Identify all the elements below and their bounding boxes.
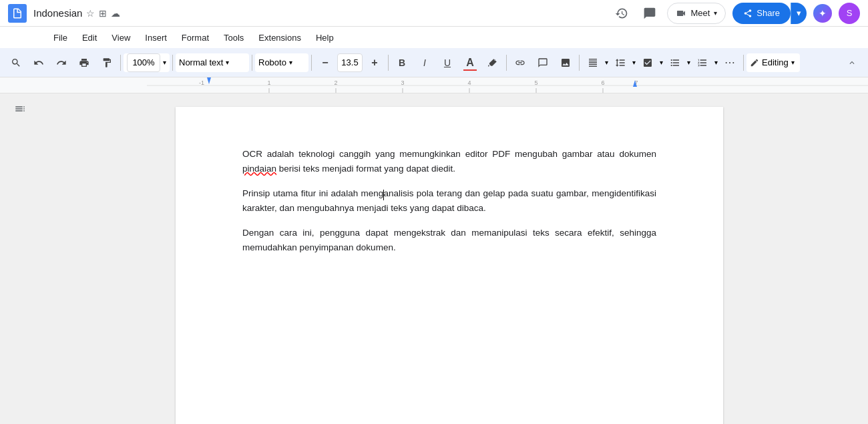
menu-format[interactable]: Format bbox=[175, 30, 216, 45]
image-button[interactable] bbox=[555, 52, 576, 73]
zoom-chevron: ▾ bbox=[163, 59, 166, 66]
divider-6 bbox=[506, 55, 507, 71]
bold-button[interactable]: B bbox=[391, 52, 413, 73]
svg-text:7: 7 bbox=[634, 79, 638, 86]
toolbar-format: B I U A bbox=[391, 52, 508, 73]
collapse-toolbar-button[interactable] bbox=[841, 52, 863, 73]
underline-word-pindaian: pindaian bbox=[242, 164, 276, 174]
style-label: Normal text bbox=[179, 57, 223, 67]
svg-text:5: 5 bbox=[534, 79, 537, 86]
title-section: Indonesian ☆ ⊞ ☁ bbox=[33, 7, 611, 19]
doc-title[interactable]: Indonesian bbox=[33, 7, 82, 19]
toolbar-zoom: 100% ▾ bbox=[124, 53, 174, 72]
italic-button[interactable]: I bbox=[414, 52, 435, 73]
svg-text:3: 3 bbox=[401, 79, 404, 86]
font-chevron: ▾ bbox=[289, 59, 292, 66]
share-container: Share ▾ bbox=[732, 3, 807, 24]
paragraph-2[interactable]: Prinsip utama fitur ini adalah menganali… bbox=[242, 186, 656, 215]
cloud-icon[interactable]: ☁ bbox=[111, 8, 120, 19]
gemini-icon: ✦ bbox=[819, 8, 827, 19]
style-chevron: ▾ bbox=[226, 59, 229, 66]
font-size-input[interactable]: 13.5 bbox=[337, 53, 363, 72]
numbering-button[interactable] bbox=[692, 52, 713, 73]
print-button[interactable] bbox=[73, 52, 95, 73]
highlight-button[interactable] bbox=[482, 52, 503, 73]
main-area: OCR adalah teknologi canggih yang memung… bbox=[0, 93, 868, 424]
title-right: Meet ▾ Share ▾ ✦ S bbox=[611, 3, 860, 24]
zoom-select[interactable]: 100% ▾ bbox=[124, 53, 170, 72]
bullet-chevron: ▾ bbox=[687, 59, 690, 66]
svg-text:6: 6 bbox=[601, 79, 604, 86]
more-button[interactable]: ⋯ bbox=[719, 52, 740, 73]
editing-select[interactable]: Editing ▾ bbox=[746, 53, 800, 72]
outline-button[interactable] bbox=[10, 99, 30, 122]
editing-chevron: ▾ bbox=[791, 59, 795, 66]
style-select[interactable]: Normal text ▾ bbox=[176, 53, 249, 72]
paragraph-3[interactable]: Dengan cara ini, pengguna dapat mengekst… bbox=[242, 226, 656, 254]
toolbar-editing: Editing ▾ bbox=[746, 53, 800, 72]
undo-button[interactable] bbox=[28, 52, 49, 73]
history-button[interactable] bbox=[611, 3, 632, 24]
paintformat-button[interactable] bbox=[96, 52, 118, 73]
bullet-button[interactable] bbox=[664, 52, 686, 73]
menu-tools[interactable]: Tools bbox=[217, 30, 250, 45]
search-button[interactable] bbox=[5, 52, 27, 73]
zoom-input[interactable]: 100% bbox=[127, 53, 160, 72]
menu-file[interactable]: File bbox=[47, 30, 74, 45]
menu-view[interactable]: View bbox=[105, 30, 137, 45]
divider-8 bbox=[743, 55, 744, 71]
ruler-content: -1 1 2 3 4 5 6 7 bbox=[147, 77, 868, 93]
svg-text:1: 1 bbox=[267, 79, 270, 86]
font-label: Roboto bbox=[258, 57, 286, 67]
checklist-chevron: ▾ bbox=[660, 59, 663, 66]
comment-button[interactable] bbox=[532, 52, 554, 73]
paragraph-1[interactable]: OCR adalah teknologi canggih yang memung… bbox=[242, 147, 656, 176]
decrease-font-button[interactable]: − bbox=[314, 52, 336, 73]
menu-help[interactable]: Help bbox=[309, 30, 341, 45]
document-page[interactable]: OCR adalah teknologi canggih yang memung… bbox=[176, 107, 723, 424]
toolbar-fontsize: − 13.5 + bbox=[314, 52, 390, 73]
menu-insert[interactable]: Insert bbox=[138, 30, 174, 45]
text-color-button[interactable]: A bbox=[459, 52, 481, 73]
share-dropdown[interactable]: ▾ bbox=[791, 3, 807, 24]
divider-7 bbox=[579, 55, 580, 71]
doc-icon bbox=[8, 4, 27, 23]
underline-button[interactable]: U bbox=[437, 52, 458, 73]
gemini-button[interactable]: ✦ bbox=[813, 4, 832, 23]
toolbar-left bbox=[5, 52, 122, 73]
toolbar: 100% ▾ Normal text ▾ Roboto ▾ − 13.5 + B… bbox=[0, 48, 868, 77]
font-select[interactable]: Roboto ▾ bbox=[255, 53, 308, 72]
left-panel bbox=[0, 93, 40, 424]
link-button[interactable] bbox=[509, 52, 531, 73]
divider-3 bbox=[252, 55, 252, 71]
svg-text:4: 4 bbox=[467, 79, 471, 86]
share-label: Share bbox=[756, 8, 780, 18]
star-icon[interactable]: ☆ bbox=[86, 8, 95, 19]
checklist-button[interactable] bbox=[637, 52, 658, 73]
align-chevron: ▾ bbox=[605, 59, 608, 66]
toolbar-insert bbox=[509, 52, 581, 73]
share-button[interactable]: Share bbox=[732, 3, 791, 24]
divider-4 bbox=[311, 55, 312, 71]
right-panel bbox=[859, 93, 868, 424]
menu-extensions[interactable]: Extensions bbox=[252, 30, 308, 45]
comments-button[interactable] bbox=[639, 3, 660, 24]
menu-edit[interactable]: Edit bbox=[75, 30, 103, 45]
svg-text:2: 2 bbox=[334, 79, 337, 86]
numbering-chevron: ▾ bbox=[714, 59, 718, 66]
align-button[interactable] bbox=[582, 52, 604, 73]
avatar[interactable]: S bbox=[839, 3, 860, 24]
toolbar-style: Normal text ▾ bbox=[176, 53, 254, 72]
redo-button[interactable] bbox=[51, 52, 72, 73]
drive-icon[interactable]: ⊞ bbox=[99, 8, 107, 19]
document-scroll[interactable]: OCR adalah teknologi canggih yang memung… bbox=[40, 93, 859, 424]
menu-bar: File Edit View Insert Format Tools Exten… bbox=[0, 27, 868, 48]
toolbar-align: ▾ ▾ ▾ ▾ ▾ ⋯ bbox=[582, 52, 745, 73]
meet-label: Meet bbox=[690, 8, 710, 18]
meet-button[interactable]: Meet ▾ bbox=[667, 3, 726, 24]
ruler: -1 1 2 3 4 5 6 7 bbox=[0, 77, 868, 93]
increase-font-button[interactable]: + bbox=[364, 52, 385, 73]
meet-chevron: ▾ bbox=[714, 9, 717, 17]
linespacing-button[interactable] bbox=[610, 52, 631, 73]
svg-marker-1 bbox=[207, 77, 211, 84]
